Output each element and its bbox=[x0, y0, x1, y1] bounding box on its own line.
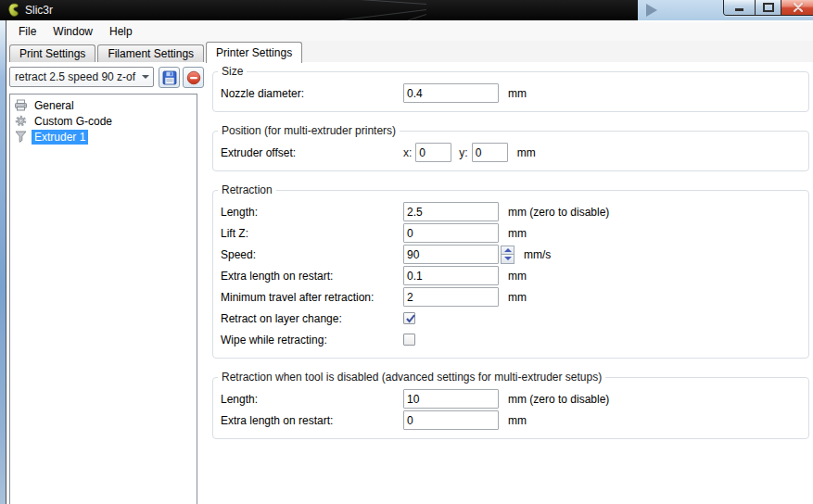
close-x-icon bbox=[793, 3, 804, 12]
maximize-button[interactable] bbox=[755, 0, 781, 15]
unit-suffix: mm bbox=[508, 270, 527, 283]
x-axis-label: x: bbox=[403, 146, 412, 159]
maximize-icon bbox=[763, 3, 774, 12]
setting-label: Nozzle diameter: bbox=[221, 87, 403, 100]
setting-label: Extra length on restart: bbox=[221, 270, 403, 283]
close-button[interactable] bbox=[781, 0, 813, 15]
value-input[interactable] bbox=[403, 83, 499, 103]
slic3r-logo-icon bbox=[7, 3, 20, 18]
setting-row: Length:mm (zero to disable) bbox=[213, 201, 808, 222]
caption-buttons bbox=[723, 0, 813, 16]
menu-item-window[interactable]: Window bbox=[44, 23, 101, 40]
tree-item-extruder-1[interactable]: Extruder 1 bbox=[10, 129, 197, 145]
tree-item-label: Custom G-code bbox=[32, 114, 115, 129]
group-box: SizeNozzle diameter:mm bbox=[212, 65, 809, 112]
tab-strip: Print SettingsFilament SettingsPrinter S… bbox=[6, 41, 813, 63]
minimize-button[interactable] bbox=[724, 0, 755, 15]
setting-row: Wipe while retracting: bbox=[213, 329, 808, 350]
options-panel: SizeNozzle diameter:mmPosition (for mult… bbox=[212, 65, 809, 451]
tab-filament-settings[interactable]: Filament Settings bbox=[97, 44, 204, 62]
setting-row: Nozzle diameter:mm bbox=[213, 82, 808, 104]
window-body: FileWindowHelp Print SettingsFilament Se… bbox=[6, 20, 813, 504]
unit-suffix: mm bbox=[508, 87, 527, 100]
value-input[interactable] bbox=[415, 143, 451, 162]
value-input[interactable] bbox=[403, 410, 499, 430]
value-input[interactable] bbox=[403, 287, 499, 307]
setting-row: Extra length on restart:mm bbox=[213, 265, 808, 286]
window-left-border bbox=[0, 20, 6, 504]
unit-suffix: mm bbox=[508, 227, 527, 240]
remove-circle-icon bbox=[186, 70, 201, 85]
window-title: Slic3r bbox=[25, 4, 53, 17]
value-input[interactable] bbox=[403, 389, 499, 409]
arrow-down-icon bbox=[504, 257, 512, 260]
printer-settings-page: retract 2.5 speed 90 z-of bbox=[6, 62, 813, 504]
setting-row: Lift Z:mm bbox=[213, 222, 808, 244]
setting-label: Length: bbox=[221, 393, 403, 406]
group-box: Position (for multi-extruder printers)Ex… bbox=[212, 124, 809, 171]
spin-control bbox=[501, 246, 514, 264]
menu-item-file[interactable]: File bbox=[10, 23, 44, 40]
setting-label: Lift Z: bbox=[221, 227, 403, 240]
menu-item-help[interactable]: Help bbox=[101, 23, 141, 40]
slic3r-window: Slic3r FileWindowHelp Print SettingsFila… bbox=[0, 0, 813, 504]
group-title: Position (for multi-extruder printers) bbox=[218, 124, 400, 137]
wallpaper-ray bbox=[219, 0, 427, 5]
group-box: Retraction when tool is disabled (advanc… bbox=[212, 371, 809, 439]
menu-bar: FileWindowHelp bbox=[6, 22, 813, 41]
group-title: Retraction bbox=[218, 183, 276, 196]
gear-icon bbox=[14, 114, 28, 128]
setting-row: Speed:mm/s bbox=[213, 244, 808, 265]
setting-label: Length: bbox=[221, 206, 403, 219]
tab-printer-settings[interactable]: Printer Settings bbox=[206, 42, 302, 63]
save-preset-button[interactable] bbox=[159, 67, 180, 88]
spin-up-button[interactable] bbox=[501, 246, 514, 255]
group-title: Size bbox=[218, 65, 247, 78]
printer-icon bbox=[14, 98, 28, 112]
preset-select[interactable]: retract 2.5 speed 90 z-of bbox=[9, 67, 154, 87]
delete-preset-button[interactable] bbox=[183, 67, 204, 88]
floppy-disk-icon bbox=[162, 70, 177, 85]
group-title: Retraction when tool is disabled (advanc… bbox=[218, 371, 605, 384]
setting-label: Extra length on restart: bbox=[221, 414, 403, 427]
setting-label: Wipe while retracting: bbox=[221, 334, 403, 346]
titlebar: Slic3r bbox=[0, 0, 813, 20]
setting-row: Extruder offset:x:y:mm bbox=[213, 142, 808, 163]
setting-row: Minimum travel after retraction:mm bbox=[213, 286, 808, 308]
value-input[interactable] bbox=[403, 266, 499, 285]
setting-row: Retract on layer change: bbox=[213, 308, 808, 329]
tree-item-custom-g-code[interactable]: Custom G-code bbox=[10, 113, 197, 129]
checkbox[interactable] bbox=[403, 312, 415, 324]
tree-item-label: General bbox=[32, 98, 77, 113]
checkbox[interactable] bbox=[403, 334, 415, 346]
value-input[interactable] bbox=[472, 143, 508, 162]
tree-item-general[interactable]: General bbox=[10, 97, 197, 113]
arrow-up-icon bbox=[504, 248, 512, 252]
unit-suffix: mm/s bbox=[524, 248, 551, 261]
chevron-down-icon bbox=[138, 75, 153, 79]
spin-down-button[interactable] bbox=[501, 254, 514, 264]
preset-select-value: retract 2.5 speed 90 z-of bbox=[10, 70, 138, 83]
unit-suffix: mm (zero to disable) bbox=[508, 393, 609, 406]
setting-row: Extra length on restart:mm bbox=[213, 410, 808, 431]
unit-suffix: mm bbox=[508, 414, 527, 427]
unit-suffix: mm bbox=[508, 291, 527, 304]
tab-print-settings[interactable]: Print Settings bbox=[9, 44, 95, 62]
value-input[interactable] bbox=[403, 223, 499, 243]
settings-tree: GeneralCustom G-codeExtruder 1 bbox=[9, 94, 197, 504]
setting-label: Extruder offset: bbox=[221, 146, 403, 159]
setting-label: Speed: bbox=[221, 248, 403, 261]
y-axis-label: y: bbox=[459, 146, 467, 159]
tree-item-label: Extruder 1 bbox=[32, 130, 88, 145]
group-box: RetractionLength:mm (zero to disable)Lif… bbox=[212, 183, 809, 359]
value-input[interactable] bbox=[403, 245, 499, 264]
setting-row: Length:mm (zero to disable) bbox=[213, 388, 808, 410]
unit-suffix: mm (zero to disable) bbox=[508, 206, 609, 219]
minimize-icon bbox=[735, 8, 743, 11]
setting-label: Retract on layer change: bbox=[221, 312, 403, 325]
setting-label: Minimum travel after retraction: bbox=[221, 291, 403, 304]
value-input[interactable] bbox=[403, 202, 499, 221]
unit-suffix: mm bbox=[517, 146, 536, 159]
funnel-icon bbox=[14, 130, 28, 144]
